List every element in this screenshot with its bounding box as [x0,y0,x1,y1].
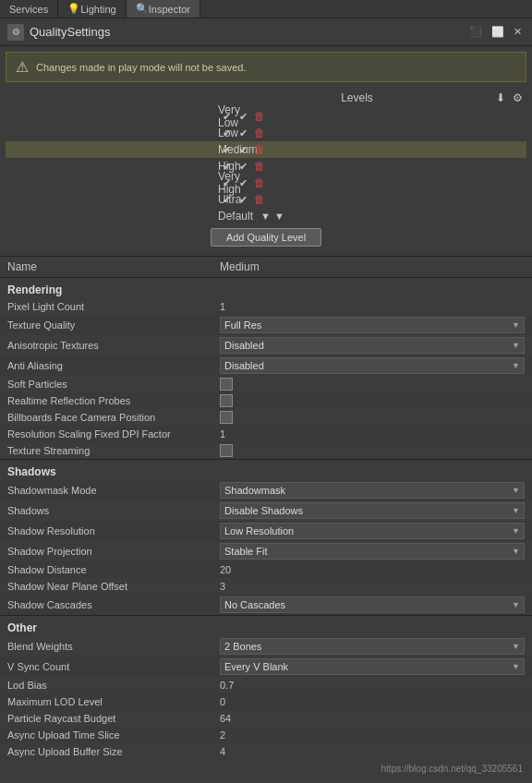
shadow-cascades-label: Shadow Cascades [7,599,220,610]
anti-aliasing-value: Disabled [224,360,264,371]
prop-resolution-scaling: Resolution Scaling Fixed DPI Factor 1 [0,426,532,442]
prop-shadowmask-mode: Shadowmask Mode Shadowmask ▼ [0,480,532,500]
header-actions: ⬛ ⬜ ✕ [466,25,525,39]
shadow-near-plane-offset-value: 3 [220,581,525,592]
shadow-cascades-dropdown[interactable]: No Cascades ▼ [220,596,525,613]
particle-raycast-budget-label: Particle Raycast Budget [7,713,220,724]
blend-weights-value: 2 Bones [224,641,261,652]
level-check2-verylow[interactable]: ✔ [235,111,251,123]
prop-async-upload-buffer-size: Async Upload Buffer Size 4 [0,743,532,760]
texture-quality-arrow: ▼ [512,320,520,330]
default-row: Default ▼ ▼ [6,208,526,224]
blend-weights-label: Blend Weights [7,641,220,652]
shadows-dropdown[interactable]: Disable Shadows ▼ [220,502,525,519]
level-check2-medium[interactable]: ✔ [235,144,251,156]
settings-col-icon: ⚙ [513,91,523,104]
tab-lighting[interactable]: 💡 Lighting [58,0,127,18]
vsync-count-arrow: ▼ [512,662,520,671]
async-upload-buffer-size-value: 4 [220,746,525,757]
anisotropic-textures-arrow: ▼ [512,341,520,350]
level-check1-medium[interactable]: ✔ [218,144,235,156]
level-row-verylow: Very Low ✔ ✔ 🗑 [6,108,526,125]
shadow-cascades-value: No Cascades [224,599,285,610]
vsync-count-dropdown[interactable]: Every V Blank ▼ [220,658,525,675]
level-check2-low[interactable]: ✔ [235,127,251,139]
resolution-scaling-label: Resolution Scaling Fixed DPI Factor [7,428,220,440]
lighting-icon: 💡 [67,3,80,15]
resolution-scaling-value: 1 [220,428,525,440]
default-arrow-right[interactable]: ▼ [272,211,286,222]
level-row-veryhigh: Very High ✔ ✔ 🗑 [6,175,526,191]
level-delete-veryhigh[interactable]: 🗑 [251,176,268,189]
level-delete-high[interactable]: 🗑 [251,160,268,173]
shadow-resolution-dropdown[interactable]: Low Resolution ▼ [220,523,525,539]
shadow-projection-label: Shadow Projection [7,546,220,557]
level-name-verylow: Very Low [6,103,218,129]
lod-bias-label: Lod Bias [7,680,220,691]
maximize-button[interactable]: ⬛ [466,25,485,39]
level-check1-ultra[interactable]: ✔ [218,194,235,206]
realtime-reflection-probes-checkbox[interactable] [220,394,233,407]
anisotropic-textures-dropdown[interactable]: Disabled ▼ [220,337,525,354]
tab-services[interactable]: Services [0,0,58,18]
name-field-label: Name [7,260,220,273]
add-quality-level-button[interactable]: Add Quality Level [211,228,321,247]
level-delete-ultra[interactable]: 🗑 [251,193,268,206]
billboards-face-camera-label: Billboards Face Camera Position [7,412,220,423]
texture-streaming-checkbox[interactable] [220,444,233,457]
level-check2-veryhigh[interactable]: ✔ [235,177,251,189]
shadow-projection-value: Stable Fit [224,546,267,557]
level-name-veryhigh: Very High [6,170,218,196]
anisotropic-textures-label: Anisotropic Textures [7,340,220,351]
async-upload-time-slice-label: Async Upload Time Slice [7,729,220,741]
maximum-lod-level-value: 0 [220,696,525,707]
name-field-value: Medium [220,260,525,273]
level-check2-ultra[interactable]: ✔ [235,194,251,206]
shadow-distance-label: Shadow Distance [7,564,220,575]
close-button[interactable]: ✕ [511,25,525,39]
restore-button[interactable]: ⬜ [489,25,507,39]
shadow-near-plane-offset-label: Shadow Near Plane Offset [7,581,220,592]
blend-weights-dropdown[interactable]: 2 Bones ▼ [220,638,525,655]
shadow-projection-dropdown[interactable]: Stable Fit ▼ [220,543,525,560]
async-upload-time-slice-value: 2 [220,729,525,741]
default-arrow-left[interactable]: ▼ [259,211,272,222]
billboards-face-camera-checkbox[interactable] [220,411,233,424]
prop-shadow-near-plane-offset: Shadow Near Plane Offset 3 [0,578,532,595]
levels-section: Levels ⬇ ⚙ Very Low ✔ ✔ 🗑 Low ✔ ✔ 🗑 Medi… [0,88,532,256]
prop-vsync-count: V Sync Count Every V Blank ▼ [0,657,532,677]
prop-shadows: Shadows Disable Shadows ▼ [0,500,532,521]
shadow-projection-arrow: ▼ [512,547,520,556]
anti-aliasing-dropdown[interactable]: Disabled ▼ [220,357,525,374]
tab-inspector[interactable]: 🔍 Inspector [127,0,200,18]
particle-raycast-budget-value: 64 [220,713,525,724]
texture-streaming-label: Texture Streaming [7,445,220,456]
inspector-icon: 🔍 [136,3,149,15]
level-check1-veryhigh[interactable]: ✔ [218,177,235,189]
blend-weights-arrow: ▼ [512,642,520,651]
prop-shadow-distance: Shadow Distance 20 [0,561,532,578]
level-delete-low[interactable]: 🗑 [251,126,268,139]
window-header: ⚙ QualitySettings ⬛ ⬜ ✕ [0,18,532,46]
lighting-label: Lighting [80,4,116,15]
settings-icon: ⚙ [7,24,24,41]
shadow-distance-value: 20 [220,564,525,575]
prop-lod-bias: Lod Bias 0.7 [0,677,532,693]
texture-quality-value: Full Res [224,319,261,331]
level-check1-low[interactable]: ✔ [218,127,235,139]
level-check1-verylow[interactable]: ✔ [218,111,235,123]
prop-soft-particles: Soft Particles [0,376,532,392]
warning-bar: ⚠ Changes made in play mode will not be … [6,52,526,82]
level-delete-medium[interactable]: 🗑 [251,143,268,156]
inspector-label: Inspector [149,4,190,15]
prop-texture-streaming: Texture Streaming [0,442,532,459]
prop-shadow-projection: Shadow Projection Stable Fit ▼ [0,541,532,561]
shadow-cascades-arrow: ▼ [512,600,520,609]
page-title: QualitySettings [30,25,110,39]
shadows-label: Shadows [7,505,220,516]
shadowmask-mode-dropdown[interactable]: Shadowmask ▼ [220,482,525,499]
level-delete-verylow[interactable]: 🗑 [251,110,268,123]
texture-quality-dropdown[interactable]: Full Res ▼ [220,317,525,333]
shadowmask-mode-arrow: ▼ [512,486,520,495]
soft-particles-checkbox[interactable] [220,378,233,391]
